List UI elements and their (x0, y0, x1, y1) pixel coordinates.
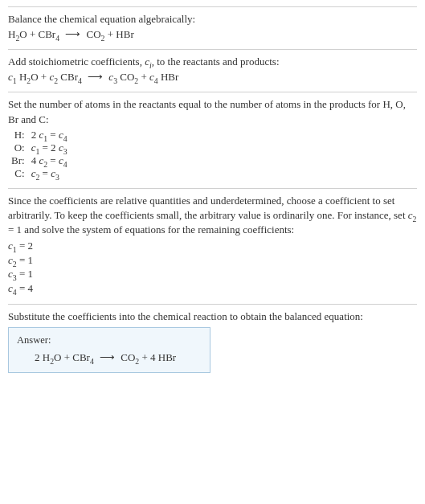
substitute-text: Substitute the coefficients into the che… (8, 309, 417, 324)
c1: c1 (8, 71, 17, 83)
term-4hbr: + 4 HBr (139, 351, 176, 363)
section-problem: Balance the chemical equation algebraica… (8, 6, 417, 49)
section-atom-balance: Set the number of atoms in the reactants… (8, 92, 417, 187)
list-item: c2 = 1 (8, 253, 417, 268)
element-label: O: (8, 141, 28, 154)
table-row: O: c1 = 2 c3 (8, 141, 71, 154)
sub-2c: 2 (413, 215, 417, 223)
element-eq: 2 c1 = c4 (28, 129, 71, 141)
ci-symbol: ci (145, 55, 152, 68)
add-coef-text: Add stoichiometric coefficients, ci, to … (8, 55, 417, 69)
atom-balance-table: H: 2 c1 = c4 O: c1 = 2 c3 Br: 4 c2 = c4 … (8, 129, 71, 180)
species-h2o: H2O (8, 28, 27, 40)
element-label: H: (8, 129, 28, 141)
element-eq: c1 = 2 c3 (28, 141, 71, 154)
coefficient-list: c1 = 2 c2 = 1 c3 = 1 c4 = 4 (8, 239, 417, 295)
unbalanced-equation: H2O + CBr4 ⟶ CO2 + HBr (8, 28, 417, 41)
hbr-term: HBr (158, 71, 179, 83)
c2: c2 (49, 71, 58, 83)
sub-4: 4 (55, 34, 59, 43)
arrow-icon-2: ⟶ (84, 71, 106, 83)
table-row: Br: 4 c2 = c4 (8, 154, 71, 167)
coef-equation: c1 H2O + c2 CBr4 ⟶ c3 CO2 + c4 HBr (8, 71, 417, 84)
c3: c3 (108, 71, 117, 83)
list-item: c3 = 1 (8, 267, 417, 281)
answer-box: Answer: 2 H2O + CBr4 ⟶ CO2 + 4 HBr (8, 327, 210, 373)
balanced-equation: 2 H2O + CBr4 ⟶ CO2 + 4 HBr (17, 351, 202, 364)
plus-hbr: + HBr (104, 28, 133, 40)
c4: c4 (149, 71, 158, 83)
answer-label: Answer: (17, 334, 202, 346)
sub-2: 2 (15, 34, 19, 43)
cbr4-term: CBr4 (58, 71, 82, 83)
list-item: c4 = 4 (8, 281, 417, 296)
element-label: C: (8, 167, 28, 180)
h2o-term: H2O + (17, 71, 50, 83)
list-item: c1 = 2 (8, 239, 417, 253)
plus-cbr4: + CBr4 (27, 28, 59, 40)
element-eq: c2 = c3 (28, 167, 71, 180)
atom-balance-text: Set the number of atoms in the reactants… (8, 97, 417, 126)
co2-term: CO2 (117, 71, 138, 83)
table-row: C: c2 = c3 (8, 167, 71, 180)
element-eq: 4 c2 = c4 (28, 154, 71, 167)
section-solve: Since the coefficients are relative quan… (8, 188, 417, 304)
arrow-icon: ⟶ (62, 28, 84, 40)
problem-text: Balance the chemical equation algebraica… (8, 12, 417, 27)
solve-text: Since the coefficients are relative quan… (8, 194, 417, 238)
term-2h2o: 2 H2O + CBr4 (35, 351, 94, 363)
term-co2: CO2 (121, 351, 139, 363)
table-row: H: 2 c1 = c4 (8, 129, 71, 141)
arrow-icon-3: ⟶ (96, 351, 118, 363)
section-answer: Substitute the coefficients into the che… (8, 304, 417, 381)
section-add-coefficients: Add stoichiometric coefficients, ci, to … (8, 49, 417, 92)
element-label: Br: (8, 154, 28, 167)
species-co2: CO2 (87, 28, 105, 40)
